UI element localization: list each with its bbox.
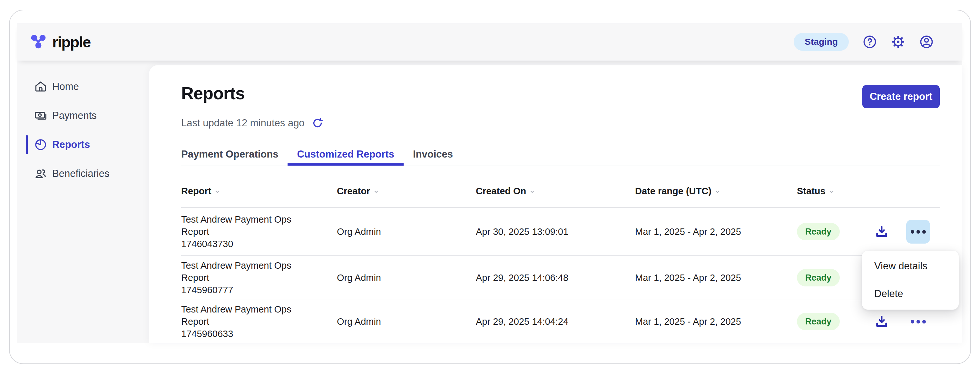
brand-wordmark: ripple xyxy=(52,33,91,51)
chevron-down-icon xyxy=(214,189,221,195)
date-range-cell: Mar 1, 2025 - Apr 2, 2025 xyxy=(635,272,797,284)
tab-payment-operations[interactable]: Payment Operations xyxy=(172,148,288,166)
main-content: Reports Last update 12 minutes ago Creat… xyxy=(149,65,962,343)
sidebar-item-home[interactable]: Home xyxy=(17,72,149,101)
reports-table: Report Creator Created On Date range (UT… xyxy=(181,174,940,343)
report-name: Test Andrew Payment Ops Report xyxy=(181,213,318,238)
column-header-report[interactable]: Report xyxy=(181,186,337,196)
environment-badge: Staging xyxy=(794,33,849,51)
tab-customized-reports[interactable]: Customized Reports xyxy=(288,148,403,166)
column-header-creator[interactable]: Creator xyxy=(337,186,476,196)
app-window: ripple Staging xyxy=(9,10,971,364)
sidebar-item-beneficiaries[interactable]: Beneficiaries xyxy=(17,159,149,188)
profile-icon[interactable] xyxy=(919,35,934,49)
creator-cell: Org Admin xyxy=(337,315,476,328)
reports-icon xyxy=(33,137,48,152)
created-on-cell: Apr 29, 2025 14:04:24 xyxy=(476,315,635,328)
table-row: Test Andrew Payment Ops Report 174596077… xyxy=(181,256,940,300)
column-header-status[interactable]: Status xyxy=(797,186,871,196)
sidebar-item-payments[interactable]: Payments xyxy=(17,101,149,130)
ellipsis-icon xyxy=(911,230,914,234)
sidebar-label: Payments xyxy=(52,110,97,122)
table-row: Test Andrew Payment Ops Report 174604373… xyxy=(181,208,940,256)
created-on-cell: Apr 30, 2025 13:09:01 xyxy=(476,225,635,238)
creator-cell: Org Admin xyxy=(337,225,476,238)
tab-invoices[interactable]: Invoices xyxy=(404,148,462,166)
beneficiaries-icon xyxy=(33,166,48,181)
report-id: 1746043730 xyxy=(181,238,318,250)
sidebar-label: Reports xyxy=(52,139,90,151)
last-update-row: Last update 12 minutes ago xyxy=(181,116,324,130)
report-name: Test Andrew Payment Ops Report xyxy=(181,259,318,284)
payments-icon xyxy=(33,108,48,123)
row-context-menu: View details Delete xyxy=(862,251,959,310)
ripple-triskelion-icon xyxy=(29,32,48,52)
chevron-down-icon xyxy=(714,189,721,195)
settings-gear-icon[interactable] xyxy=(891,35,905,49)
home-icon xyxy=(33,79,48,94)
menu-item-delete[interactable]: Delete xyxy=(862,280,959,308)
download-icon[interactable] xyxy=(873,314,890,330)
help-icon[interactable] xyxy=(862,35,877,49)
topbar-actions: Staging xyxy=(794,33,934,51)
page-title: Reports xyxy=(181,83,245,103)
created-on-cell: Apr 29, 2025 14:06:48 xyxy=(476,272,635,284)
sidebar-item-reports[interactable]: Reports xyxy=(17,130,149,159)
ellipsis-icon xyxy=(911,320,914,323)
sidebar-label: Home xyxy=(52,81,79,92)
status-badge: Ready xyxy=(797,269,840,287)
chevron-down-icon xyxy=(373,189,379,195)
chevron-down-icon xyxy=(529,189,535,195)
status-badge: Ready xyxy=(797,223,840,240)
menu-item-view-details[interactable]: View details xyxy=(862,252,959,280)
reports-table-body: Test Andrew Payment Ops Report 174604373… xyxy=(181,208,940,343)
sidebar: Home Payments Reports xyxy=(17,60,149,188)
ripple-logo[interactable]: ripple xyxy=(29,32,91,52)
refresh-icon[interactable] xyxy=(311,117,324,130)
more-actions-button[interactable] xyxy=(906,220,930,244)
more-actions-button[interactable] xyxy=(906,310,930,333)
status-badge: Ready xyxy=(797,313,840,330)
tab-bar: Payment Operations Customized Reports In… xyxy=(181,148,940,166)
chevron-down-icon xyxy=(829,189,835,195)
sidebar-label: Beneficiaries xyxy=(52,168,109,179)
date-range-cell: Mar 1, 2025 - Apr 2, 2025 xyxy=(635,315,797,328)
column-header-created-on[interactable]: Created On xyxy=(476,186,635,196)
column-header-date-range[interactable]: Date range (UTC) xyxy=(635,186,797,196)
create-report-button[interactable]: Create report xyxy=(862,85,940,108)
active-indicator xyxy=(26,135,28,154)
report-id: 1745960633 xyxy=(181,328,318,340)
last-update-text: Last update 12 minutes ago xyxy=(181,117,305,129)
top-bar: ripple Staging xyxy=(17,23,962,60)
date-range-cell: Mar 1, 2025 - Apr 2, 2025 xyxy=(635,225,797,238)
report-name: Test Andrew Payment Ops Report xyxy=(181,303,318,328)
table-header: Report Creator Created On Date range (UT… xyxy=(181,174,940,208)
creator-cell: Org Admin xyxy=(337,272,476,284)
report-id: 1745960777 xyxy=(181,284,318,296)
download-icon[interactable] xyxy=(873,223,890,240)
table-row: Test Andrew Payment Ops Report 174596063… xyxy=(181,300,940,343)
